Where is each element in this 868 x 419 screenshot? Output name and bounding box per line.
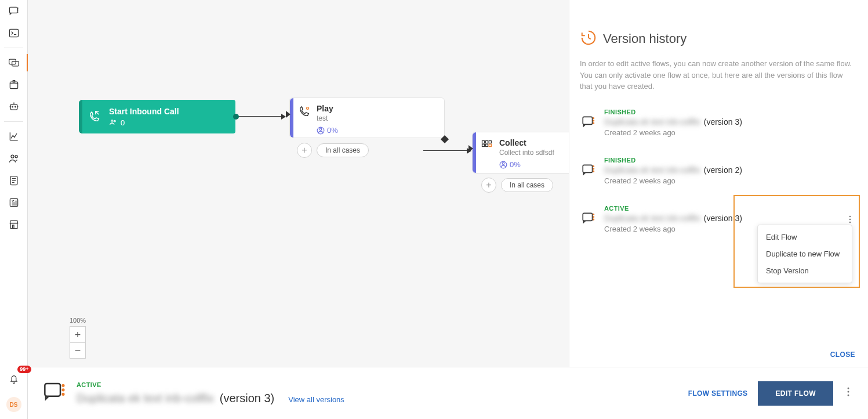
version-suffix: (version 3) (704, 117, 742, 127)
node-play[interactable]: Play test 0% (289, 97, 445, 138)
flow-status: ACTIVE (77, 381, 344, 388)
svg-point-43 (849, 218, 851, 220)
node-pct: 0% (327, 126, 338, 135)
zoom-out-button[interactable]: − (70, 342, 86, 359)
sidebar-item-people[interactable] (0, 147, 28, 169)
svg-point-48 (63, 393, 64, 395)
version-status: FINISHED (604, 157, 742, 164)
version-row[interactable]: FINISHED Duplicata ek text inb-collfix (… (576, 100, 861, 145)
svg-point-10 (14, 106, 16, 107)
flow-name: Duplicata ek text inb-collfix (77, 392, 214, 405)
svg-rect-30 (583, 117, 592, 124)
panel-description: In order to edit active flows, you can n… (569, 58, 868, 100)
zoom-controls: 100% + − (70, 317, 86, 359)
menu-duplicate-flow[interactable]: Duplicate to new Flow (758, 245, 852, 262)
chat-icon (581, 211, 596, 228)
chat-icon (581, 162, 596, 180)
sidebar-item-store[interactable] (0, 214, 28, 236)
add-branch-collect[interactable]: + (481, 178, 496, 193)
zoom-in-button[interactable]: + (70, 326, 86, 342)
add-branch-play[interactable]: + (297, 143, 312, 158)
sidebar-item-analytics[interactable] (0, 125, 28, 147)
version-status: FINISHED (604, 109, 742, 115)
branch-pill-play[interactable]: In all cases (317, 143, 369, 157)
svg-point-3 (17, 12, 18, 12)
sidebar-item-doc[interactable] (0, 169, 28, 192)
svg-point-19 (307, 107, 309, 110)
svg-rect-23 (485, 141, 488, 143)
svg-point-46 (63, 385, 64, 387)
svg-rect-16 (12, 225, 14, 229)
version-row-active[interactable]: ACTIVE Duplicata ek text inb-collfix (ve… (576, 197, 861, 241)
svg-point-37 (593, 171, 594, 172)
version-name: Duplicata ek text inb-collfix (604, 165, 700, 175)
svg-point-31 (593, 117, 594, 118)
edge-play-to-collect (423, 150, 471, 151)
history-icon (580, 29, 597, 49)
svg-rect-25 (482, 144, 485, 146)
sidebar-item-chat[interactable] (0, 0, 28, 22)
menu-edit-flow[interactable]: Edit Flow (758, 229, 852, 245)
svg-point-40 (593, 216, 594, 218)
svg-point-9 (12, 106, 13, 107)
notifications-button[interactable]: 99+ (0, 368, 28, 390)
svg-point-28 (502, 162, 504, 164)
version-menu-button[interactable] (844, 213, 856, 226)
version-created: Created 2 weeks ago (604, 128, 742, 137)
branch-pill-collect[interactable]: In all cases (501, 178, 553, 192)
svg-point-18 (114, 120, 116, 122)
version-created: Created 2 weeks ago (604, 176, 742, 185)
version-created: Created 2 weeks ago (604, 225, 742, 233)
svg-point-12 (15, 156, 17, 158)
svg-point-20 (319, 128, 322, 130)
footer-more-button[interactable] (844, 384, 853, 403)
edit-flow-button[interactable]: EDIT FLOW (758, 381, 833, 406)
svg-rect-24 (489, 141, 491, 143)
edge-start-to-play (235, 116, 285, 117)
svg-point-11 (11, 155, 14, 158)
node-start-inbound-call[interactable]: Start Inbound Call 0 (79, 100, 235, 133)
node-title: Play (317, 104, 436, 113)
version-status: ACTIVE (604, 205, 742, 212)
person-pct-icon (499, 161, 507, 169)
node-subtitle: test (317, 114, 436, 122)
flow-version: (version 3) (220, 392, 274, 405)
chat-icon (43, 381, 66, 406)
svg-point-39 (593, 214, 594, 215)
svg-point-2 (17, 10, 18, 10)
sidebar-item-flows[interactable] (0, 52, 28, 74)
sidebar-item-terminal[interactable] (0, 22, 28, 44)
user-avatar[interactable]: DS (6, 397, 21, 412)
version-actions-menu: Edit Flow Duplicate to new Flow Stop Ver… (757, 225, 852, 283)
node-pct: 0% (510, 160, 521, 169)
svg-rect-26 (485, 144, 488, 146)
flow-settings-button[interactable]: FLOW SETTINGS (688, 389, 748, 398)
svg-point-32 (593, 120, 594, 121)
svg-rect-38 (583, 213, 592, 221)
version-row[interactable]: FINISHED Duplicata ek text inb-collfix (… (576, 149, 861, 193)
view-all-versions-link[interactable]: View all versions (288, 395, 344, 404)
menu-stop-version[interactable]: Stop Version (758, 262, 852, 279)
svg-rect-7 (10, 82, 17, 89)
sidebar-item-box[interactable] (0, 74, 28, 96)
svg-rect-4 (9, 29, 18, 37)
svg-rect-0 (9, 7, 17, 13)
node-start-count: 0 (121, 118, 125, 127)
sidebar-item-checklist[interactable] (0, 192, 28, 214)
sidebar-item-bot[interactable] (0, 96, 28, 118)
panel-title: Version history (603, 31, 687, 46)
phone-play-icon (298, 105, 311, 120)
svg-point-51 (848, 395, 849, 396)
chat-icon (581, 114, 596, 132)
panel-close-button[interactable]: CLOSE (830, 351, 855, 359)
svg-point-36 (593, 168, 594, 169)
node-title: Start Inbound Call (109, 107, 179, 116)
version-suffix: (version 2) (704, 165, 742, 175)
version-suffix: (version 3) (704, 214, 742, 223)
people-icon (109, 118, 117, 127)
svg-point-47 (63, 389, 64, 391)
version-history-panel: Version history In order to edit active … (569, 0, 868, 367)
zoom-level: 100% (70, 317, 86, 324)
version-name: Duplicata ek text inb-collfix (604, 117, 700, 127)
version-name: Duplicata ek text inb-collfix (604, 214, 700, 223)
